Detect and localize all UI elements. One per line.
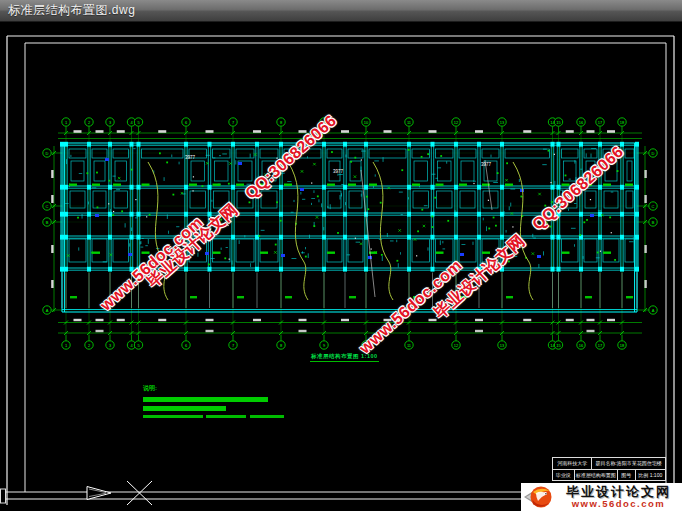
site-logo-url[interactable]: www.56doc.com	[555, 498, 682, 509]
site-logo-banner[interactable]: 毕业设计论文网 www.56doc.com	[521, 483, 682, 511]
plan-annotation: B	[46, 220, 49, 225]
plan-annotation: C	[652, 204, 655, 209]
plan-annotation: 17	[598, 343, 603, 348]
plan-annotation: C	[46, 204, 49, 209]
plan-annotation: 17	[598, 120, 603, 125]
titleblock-university: 河南科技大学	[553, 458, 592, 469]
building-structure	[60, 142, 639, 312]
titleblock-cell: 图号	[618, 470, 636, 480]
break-symbols	[87, 481, 152, 505]
cad-viewport[interactable]: 3977397739771234567891011121314151617181…	[0, 0, 682, 511]
grid-bubbles-bottom: 123456789101112131415161718	[62, 335, 626, 349]
plan-annotation: 18	[620, 343, 625, 348]
titleblock-cell: 毕业设计	[553, 470, 575, 480]
titleblock-cell: 比例 1:100	[636, 470, 665, 480]
plan-annotation: 12	[454, 343, 459, 348]
plan-annotation: 3977	[481, 162, 492, 167]
plan-annotation: D	[652, 151, 655, 156]
site-logo-fish-icon	[523, 484, 555, 510]
plan-annotation: B	[652, 220, 655, 225]
plan-annotation: 12	[454, 120, 459, 125]
notes-label: 说明:	[143, 384, 157, 393]
notes-text-bars	[143, 397, 284, 418]
plan-annotation: 18	[620, 120, 625, 125]
app-window: 3977397739771234567891011121314151617181…	[0, 0, 682, 511]
plan-annotation: 15	[556, 343, 561, 348]
plan-annotation: 13	[500, 120, 505, 125]
plan-annotation: A	[46, 308, 49, 313]
site-logo-name: 毕业设计论文网	[555, 485, 682, 498]
plan-annotation: 16	[579, 343, 584, 348]
plan-annotation: D	[46, 151, 49, 156]
plan-annotation: 10	[364, 120, 369, 125]
titleblock-project: 题目名称:洛阳市某花园住宅楼	[592, 458, 665, 469]
drawing-title-block: 河南科技大学 题目名称:洛阳市某花园住宅楼 毕业设计 标准层结构布置图 图号 比…	[552, 457, 666, 481]
titleblock-cell: 标准层结构布置图	[575, 470, 618, 480]
plan-annotation: 13	[500, 343, 505, 348]
plan-annotation: 3977	[333, 169, 344, 174]
plan-annotation: 16	[579, 120, 584, 125]
plan-annotation: A	[652, 308, 655, 313]
plan-annotation: 3977	[185, 155, 196, 160]
plan-annotation: 15	[556, 120, 561, 125]
